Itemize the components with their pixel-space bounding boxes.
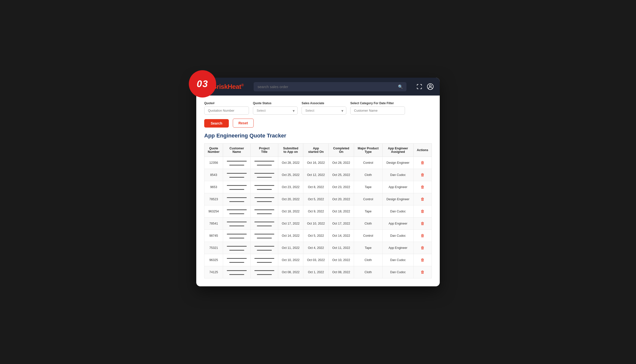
reset-button[interactable]: Reset (233, 118, 254, 128)
status-label: Quote Status (253, 102, 298, 105)
cell-quote: 78523 (204, 193, 223, 206)
cell-engineer: Dan Cudoc (383, 169, 414, 181)
cell-app-started: Oct 03, 2022 (303, 254, 329, 266)
associate-label: Sales Associate (302, 102, 346, 105)
cell-completed: Oct 11, 2022 (329, 242, 354, 254)
quote-label: Quote# (204, 102, 249, 105)
cell-project (251, 157, 278, 169)
cell-completed: Oct 28, 2022 (329, 157, 354, 169)
cell-customer (223, 266, 251, 278)
svg-point-1 (429, 85, 431, 87)
status-select-wrapper: Select Open Closed Pending (253, 106, 298, 115)
cell-app-started: Oct 9, 2022 (303, 206, 329, 218)
cell-product: Cloth (354, 254, 382, 266)
cell-app-started: Oct 16, 2022 (303, 157, 329, 169)
cell-completed: Oct 10, 2022 (329, 254, 354, 266)
th-project-title: ProjectTitle (251, 144, 278, 157)
cell-project (251, 254, 278, 266)
cell-product: Tape (354, 242, 382, 254)
cell-customer (223, 242, 251, 254)
cell-project (251, 206, 278, 218)
cell-engineer: App Engineer (383, 181, 414, 193)
quote-input[interactable] (204, 106, 249, 115)
main-card: ☰ BriskHeat® 🔍 (196, 78, 440, 286)
cell-engineer: Design Engineer (383, 157, 414, 169)
cell-actions: 🗑 (413, 169, 432, 181)
date-input[interactable] (350, 106, 405, 115)
cell-actions: 🗑 (413, 254, 432, 266)
cell-product: Cloth (354, 218, 382, 230)
nav-actions (416, 83, 434, 90)
cell-app-started: Oct 5, 2022 (303, 230, 329, 242)
cell-app-started: Oct 10, 2022 (303, 218, 329, 230)
th-product-type: Major ProductType (354, 144, 382, 157)
cell-actions: 🗑 (413, 242, 432, 254)
cell-app-started: Oct 4, 2022 (303, 242, 329, 254)
cell-actions: 🗑 (413, 266, 432, 278)
cell-completed: Oct 20, 2022 (329, 193, 354, 206)
cell-submitted: Oct 10, 2022 (278, 254, 303, 266)
table-row: 9653 Oct 23, 2022 Oct 8, 2022 Oct 23, 20… (204, 181, 432, 193)
th-app-started: Appstarted On (303, 144, 329, 157)
delete-icon[interactable]: 🗑 (420, 246, 425, 250)
cell-quote: 75321 (204, 242, 223, 254)
cell-customer (223, 169, 251, 181)
cell-project (251, 242, 278, 254)
table-section: App Engineering Quote Tracker QuoteNumbe… (196, 132, 440, 286)
cell-quote: 98745 (204, 230, 223, 242)
th-customer-name: CustomerName (223, 144, 251, 157)
cell-actions: 🗑 (413, 206, 432, 218)
associate-select[interactable]: Select John Smith Jane Doe (302, 106, 346, 115)
delete-icon[interactable]: 🗑 (420, 221, 425, 226)
th-actions: Actions (413, 144, 432, 157)
cell-engineer: Dan Cudoc (383, 266, 414, 278)
delete-icon[interactable]: 🗑 (420, 270, 425, 274)
cell-quote: 8543 (204, 169, 223, 181)
filter-group-quote: Quote# (204, 102, 249, 115)
cell-actions: 🗑 (413, 230, 432, 242)
cell-product: Cloth (354, 169, 382, 181)
status-select[interactable]: Select Open Closed Pending (253, 106, 298, 115)
outer-container: 03 ☰ BriskHeat® 🔍 (196, 78, 440, 286)
delete-icon[interactable]: 🗑 (420, 234, 425, 238)
search-button[interactable]: Search (204, 119, 229, 128)
th-engineer: App EngineerAssigned (383, 144, 414, 157)
table-row: 75321 Oct 11, 2022 Oct 4, 2022 Oct 11, 2… (204, 242, 432, 254)
cell-completed: Oct 23, 2022 (329, 181, 354, 193)
delete-icon[interactable]: 🗑 (420, 209, 425, 214)
cell-submitted: Oct 08, 2022 (278, 266, 303, 278)
cell-actions: 🗑 (413, 218, 432, 230)
data-table: QuoteNumber CustomerName ProjectTitle Su… (204, 144, 432, 278)
cell-completed: Oct 08, 2022 (329, 266, 354, 278)
cell-completed: Oct 25, 2022 (329, 169, 354, 181)
cell-customer (223, 181, 251, 193)
cell-customer (223, 230, 251, 242)
user-icon[interactable] (427, 83, 434, 90)
table-row: 98745 Oct 14, 2022 Oct 5, 2022 Oct 14, 2… (204, 230, 432, 242)
cell-completed: Oct 14, 2022 (329, 230, 354, 242)
cell-quote: 74125 (204, 266, 223, 278)
cell-quote: 9653 (204, 181, 223, 193)
delete-icon[interactable]: 🗑 (420, 258, 425, 262)
search-input[interactable] (254, 82, 406, 91)
cell-actions: 🗑 (413, 193, 432, 206)
cell-submitted: Oct 14, 2022 (278, 230, 303, 242)
cell-completed: Oct 18, 2022 (329, 206, 354, 218)
badge-number: 03 (197, 79, 208, 89)
cell-engineer: Dan Cudoc (383, 206, 414, 218)
fullscreen-icon[interactable] (416, 84, 422, 90)
cell-customer (223, 157, 251, 169)
delete-icon[interactable]: 🗑 (420, 160, 425, 165)
cell-project (251, 266, 278, 278)
cell-engineer: Dan Cudoc (383, 230, 414, 242)
badge-circle: 03 (189, 70, 216, 98)
cell-actions: 🗑 (413, 157, 432, 169)
filter-group-associate: Sales Associate Select John Smith Jane D… (302, 102, 346, 115)
delete-icon[interactable]: 🗑 (420, 173, 425, 177)
page-title: App Engineering Quote Tracker (204, 132, 432, 139)
delete-icon[interactable]: 🗑 (420, 185, 425, 189)
delete-icon[interactable]: 🗑 (420, 197, 425, 201)
cell-product: Control (354, 230, 382, 242)
filter-group-date: Select Category For Date Filter (350, 102, 405, 115)
table-row: 78541 Oct 17, 2022 Oct 10, 2022 Oct 17, … (204, 218, 432, 230)
